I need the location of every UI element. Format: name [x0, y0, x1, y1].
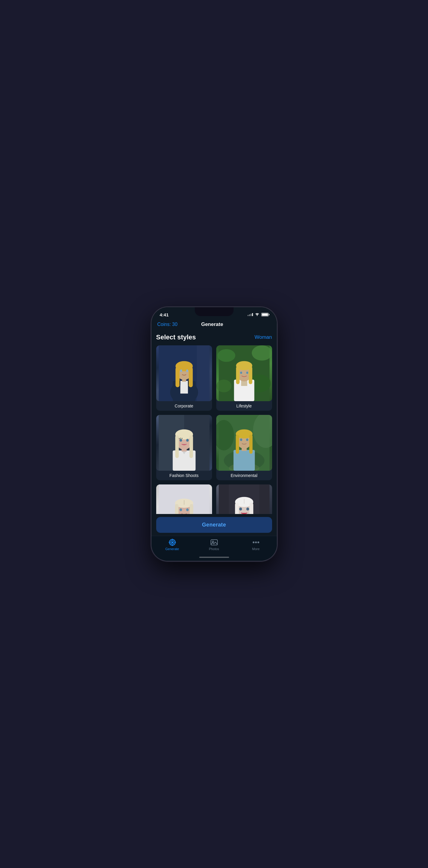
svg-rect-1	[197, 345, 212, 401]
phone-frame: 4:41 Coins: 30 Generate	[151, 307, 277, 561]
svg-point-12	[180, 370, 182, 372]
home-indicator	[199, 557, 229, 558]
svg-point-25	[240, 372, 242, 374]
style-card-fashion[interactable]: Fashion Shoots	[156, 415, 212, 480]
svg-point-85	[212, 541, 213, 542]
battery-icon	[261, 313, 268, 316]
gender-selector[interactable]: Woman	[254, 334, 272, 340]
generate-button[interactable]: Generate	[156, 517, 272, 533]
svg-rect-72	[235, 503, 239, 514]
svg-rect-4	[180, 381, 188, 394]
svg-rect-51	[249, 435, 252, 454]
svg-rect-23	[236, 367, 239, 384]
style-label-corporate: Corporate	[156, 401, 212, 411]
svg-point-13	[186, 370, 188, 372]
svg-rect-10	[175, 367, 179, 387]
svg-point-18	[216, 380, 231, 393]
screen: 4:41 Coins: 30 Generate	[151, 307, 277, 561]
svg-point-75	[239, 507, 241, 510]
style-card-portrait1[interactable]	[156, 485, 212, 514]
svg-point-63	[179, 508, 182, 511]
style-card-portrait2[interactable]	[216, 485, 272, 514]
svg-point-37	[186, 439, 189, 441]
svg-point-86	[253, 542, 254, 543]
svg-point-76	[246, 507, 249, 510]
tab-photos-label: Photos	[209, 547, 219, 551]
more-tab-icon	[252, 538, 260, 546]
svg-point-15	[218, 349, 235, 362]
svg-rect-60	[175, 504, 178, 514]
page-title: Generate	[201, 321, 223, 328]
svg-point-16	[252, 345, 272, 361]
svg-point-36	[179, 439, 182, 441]
styles-header: Select styles Woman	[156, 333, 272, 341]
styles-title: Select styles	[156, 333, 196, 341]
generate-button-container: Generate	[151, 514, 277, 536]
photos-tab-icon	[210, 538, 218, 546]
svg-rect-84	[211, 540, 218, 545]
svg-point-26	[246, 372, 248, 374]
notch	[195, 307, 234, 316]
svg-point-64	[186, 508, 189, 511]
style-card-lifestyle[interactable]: Lifestyle	[216, 345, 272, 411]
svg-rect-11	[189, 367, 193, 387]
svg-rect-73	[249, 503, 253, 514]
svg-point-87	[255, 542, 257, 543]
tab-more[interactable]: More	[246, 538, 266, 551]
wifi-icon	[255, 313, 260, 316]
svg-point-52	[240, 438, 242, 441]
tab-generate[interactable]: Generate	[162, 538, 183, 551]
status-time: 4:41	[160, 312, 169, 317]
svg-rect-24	[249, 367, 252, 384]
style-label-fashion: Fashion Shoots	[156, 471, 212, 480]
svg-rect-34	[175, 435, 179, 458]
style-card-corporate[interactable]: Corporate	[156, 345, 212, 411]
tab-generate-label: Generate	[166, 547, 179, 551]
header: Coins: 30 Generate	[151, 320, 277, 331]
signal-icon	[248, 313, 253, 316]
svg-rect-61	[190, 504, 193, 514]
svg-point-53	[246, 438, 248, 441]
svg-line-39	[180, 438, 181, 439]
svg-point-79	[172, 542, 173, 543]
style-card-environmental[interactable]: Environmental	[216, 415, 272, 480]
svg-rect-50	[236, 435, 239, 454]
style-label-environmental: Environmental	[216, 471, 272, 480]
generate-tab-icon	[168, 538, 176, 546]
home-indicator-container	[151, 557, 277, 561]
svg-point-88	[258, 542, 259, 543]
svg-rect-35	[189, 435, 193, 458]
status-icons	[248, 313, 268, 316]
styles-grid: Corporate	[156, 345, 272, 514]
coins-display: Coins: 30	[158, 322, 178, 327]
style-label-lifestyle: Lifestyle	[216, 401, 272, 411]
tab-more-label: More	[252, 547, 260, 551]
tab-photos[interactable]: Photos	[204, 538, 225, 551]
tab-bar: Generate Photos	[151, 536, 277, 557]
content-area: Select styles Woman	[151, 331, 277, 514]
